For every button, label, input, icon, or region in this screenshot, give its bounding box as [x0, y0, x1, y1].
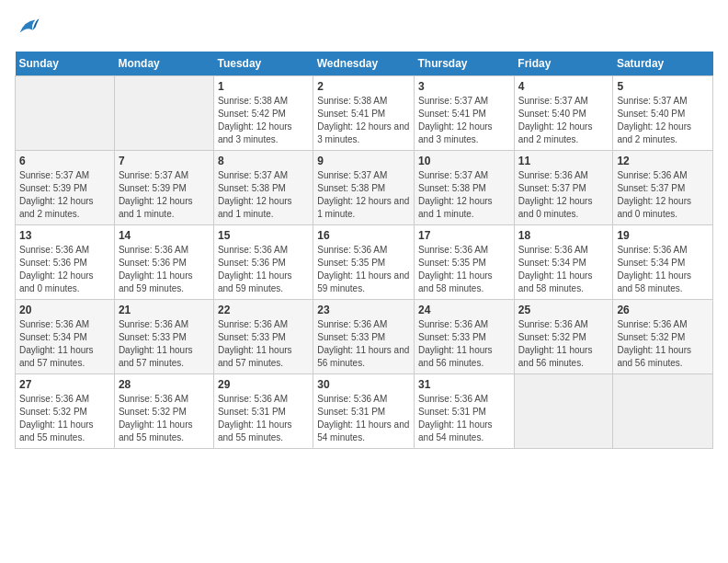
day-info: Sunrise: 5:36 AM Sunset: 5:34 PM Dayligh…: [19, 318, 110, 370]
calendar-cell: 24Sunrise: 5:36 AM Sunset: 5:33 PM Dayli…: [415, 300, 515, 374]
day-number: 13: [19, 229, 110, 242]
day-info: Sunrise: 5:37 AM Sunset: 5:40 PM Dayligh…: [617, 95, 709, 146]
calendar-cell: 6Sunrise: 5:37 AM Sunset: 5:39 PM Daylig…: [16, 151, 115, 225]
day-info: Sunrise: 5:36 AM Sunset: 5:35 PM Dayligh…: [418, 244, 510, 295]
day-info: Sunrise: 5:36 AM Sunset: 5:31 PM Dayligh…: [418, 393, 510, 444]
day-number: 27: [19, 378, 110, 391]
day-number: 12: [617, 155, 709, 167]
day-number: 8: [218, 155, 309, 167]
day-info: Sunrise: 5:36 AM Sunset: 5:32 PM Dayligh…: [617, 318, 709, 370]
calendar-cell: 15Sunrise: 5:36 AM Sunset: 5:36 PM Dayli…: [213, 225, 313, 300]
day-number: 5: [617, 80, 709, 93]
calendar-cell: 18Sunrise: 5:36 AM Sunset: 5:34 PM Dayli…: [514, 225, 613, 300]
calendar-cell: 16Sunrise: 5:36 AM Sunset: 5:35 PM Dayli…: [313, 225, 415, 300]
day-info: Sunrise: 5:37 AM Sunset: 5:38 PM Dayligh…: [218, 169, 309, 221]
logo-icon: [15, 15, 40, 40]
calendar-cell: 13Sunrise: 5:36 AM Sunset: 5:36 PM Dayli…: [16, 225, 115, 300]
day-number: 23: [317, 304, 410, 316]
day-number: 1: [218, 80, 309, 93]
day-info: Sunrise: 5:36 AM Sunset: 5:32 PM Dayligh…: [518, 318, 609, 370]
day-info: Sunrise: 5:36 AM Sunset: 5:34 PM Dayligh…: [617, 244, 709, 295]
day-number: 17: [418, 229, 510, 242]
day-number: 9: [317, 155, 410, 167]
day-number: 21: [119, 304, 210, 316]
day-info: Sunrise: 5:36 AM Sunset: 5:34 PM Dayligh…: [518, 244, 609, 295]
day-info: Sunrise: 5:36 AM Sunset: 5:31 PM Dayligh…: [218, 393, 309, 444]
calendar-cell: 26Sunrise: 5:36 AM Sunset: 5:32 PM Dayli…: [613, 300, 713, 374]
col-header-tuesday: Tuesday: [213, 52, 313, 76]
day-info: Sunrise: 5:36 AM Sunset: 5:37 PM Dayligh…: [617, 169, 709, 221]
day-info: Sunrise: 5:37 AM Sunset: 5:39 PM Dayligh…: [19, 169, 110, 221]
calendar-cell: 22Sunrise: 5:36 AM Sunset: 5:33 PM Dayli…: [213, 300, 313, 374]
calendar-cell: 7Sunrise: 5:37 AM Sunset: 5:39 PM Daylig…: [114, 151, 213, 225]
day-info: Sunrise: 5:37 AM Sunset: 5:40 PM Dayligh…: [518, 95, 609, 146]
day-info: Sunrise: 5:36 AM Sunset: 5:35 PM Dayligh…: [317, 244, 410, 295]
calendar-cell: [114, 76, 213, 151]
calendar-cell: 17Sunrise: 5:36 AM Sunset: 5:35 PM Dayli…: [415, 225, 515, 300]
col-header-monday: Monday: [114, 52, 213, 76]
day-info: Sunrise: 5:37 AM Sunset: 5:38 PM Dayligh…: [317, 169, 410, 221]
day-number: 3: [418, 80, 510, 93]
day-info: Sunrise: 5:36 AM Sunset: 5:31 PM Dayligh…: [317, 393, 410, 444]
calendar-cell: 10Sunrise: 5:37 AM Sunset: 5:38 PM Dayli…: [415, 151, 515, 225]
day-number: 18: [518, 229, 609, 242]
day-info: Sunrise: 5:36 AM Sunset: 5:33 PM Dayligh…: [418, 318, 510, 370]
calendar-cell: 28Sunrise: 5:36 AM Sunset: 5:32 PM Dayli…: [114, 374, 213, 449]
page-header: [15, 15, 713, 40]
logo: [15, 15, 44, 40]
calendar-cell: 12Sunrise: 5:36 AM Sunset: 5:37 PM Dayli…: [613, 151, 713, 225]
day-number: 30: [317, 378, 410, 391]
calendar-cell: 1Sunrise: 5:38 AM Sunset: 5:42 PM Daylig…: [213, 76, 313, 151]
calendar-cell: 19Sunrise: 5:36 AM Sunset: 5:34 PM Dayli…: [613, 225, 713, 300]
col-header-wednesday: Wednesday: [313, 52, 415, 76]
col-header-saturday: Saturday: [613, 52, 713, 76]
calendar-cell: 14Sunrise: 5:36 AM Sunset: 5:36 PM Dayli…: [114, 225, 213, 300]
day-number: 19: [617, 229, 709, 242]
calendar-cell: 25Sunrise: 5:36 AM Sunset: 5:32 PM Dayli…: [514, 300, 613, 374]
calendar-cell: [613, 374, 713, 449]
day-info: Sunrise: 5:38 AM Sunset: 5:41 PM Dayligh…: [317, 95, 410, 146]
day-number: 7: [119, 155, 210, 167]
calendar-cell: 4Sunrise: 5:37 AM Sunset: 5:40 PM Daylig…: [514, 76, 613, 151]
day-number: 20: [19, 304, 110, 316]
day-number: 15: [218, 229, 309, 242]
calendar-cell: [514, 374, 613, 449]
calendar-table: SundayMondayTuesdayWednesdayThursdayFrid…: [15, 52, 713, 449]
calendar-cell: 2Sunrise: 5:38 AM Sunset: 5:41 PM Daylig…: [313, 76, 415, 151]
day-number: 24: [418, 304, 510, 316]
day-number: 26: [617, 304, 709, 316]
day-number: 14: [119, 229, 210, 242]
day-info: Sunrise: 5:36 AM Sunset: 5:37 PM Dayligh…: [518, 169, 609, 221]
day-info: Sunrise: 5:36 AM Sunset: 5:36 PM Dayligh…: [19, 244, 110, 295]
day-number: 28: [119, 378, 210, 391]
calendar-cell: 27Sunrise: 5:36 AM Sunset: 5:32 PM Dayli…: [16, 374, 115, 449]
calendar-cell: 9Sunrise: 5:37 AM Sunset: 5:38 PM Daylig…: [313, 151, 415, 225]
day-number: 6: [19, 155, 110, 167]
calendar-cell: 5Sunrise: 5:37 AM Sunset: 5:40 PM Daylig…: [613, 76, 713, 151]
calendar-cell: [16, 76, 115, 151]
day-number: 4: [518, 80, 609, 93]
day-info: Sunrise: 5:36 AM Sunset: 5:36 PM Dayligh…: [218, 244, 309, 295]
calendar-cell: 31Sunrise: 5:36 AM Sunset: 5:31 PM Dayli…: [415, 374, 515, 449]
calendar-cell: 11Sunrise: 5:36 AM Sunset: 5:37 PM Dayli…: [514, 151, 613, 225]
day-info: Sunrise: 5:36 AM Sunset: 5:33 PM Dayligh…: [119, 318, 210, 370]
day-number: 11: [518, 155, 609, 167]
day-info: Sunrise: 5:37 AM Sunset: 5:38 PM Dayligh…: [418, 169, 510, 221]
day-number: 16: [317, 229, 410, 242]
col-header-sunday: Sunday: [16, 52, 115, 76]
day-info: Sunrise: 5:36 AM Sunset: 5:33 PM Dayligh…: [317, 318, 410, 370]
calendar-cell: 29Sunrise: 5:36 AM Sunset: 5:31 PM Dayli…: [213, 374, 313, 449]
day-info: Sunrise: 5:37 AM Sunset: 5:41 PM Dayligh…: [418, 95, 510, 146]
calendar-cell: 23Sunrise: 5:36 AM Sunset: 5:33 PM Dayli…: [313, 300, 415, 374]
day-info: Sunrise: 5:37 AM Sunset: 5:39 PM Dayligh…: [119, 169, 210, 221]
calendar-cell: 8Sunrise: 5:37 AM Sunset: 5:38 PM Daylig…: [213, 151, 313, 225]
day-number: 10: [418, 155, 510, 167]
day-info: Sunrise: 5:36 AM Sunset: 5:32 PM Dayligh…: [19, 393, 110, 444]
day-info: Sunrise: 5:36 AM Sunset: 5:32 PM Dayligh…: [119, 393, 210, 444]
day-number: 31: [418, 378, 510, 391]
day-number: 25: [518, 304, 609, 316]
calendar-cell: 3Sunrise: 5:37 AM Sunset: 5:41 PM Daylig…: [415, 76, 515, 151]
col-header-friday: Friday: [514, 52, 613, 76]
day-number: 29: [218, 378, 309, 391]
day-info: Sunrise: 5:36 AM Sunset: 5:33 PM Dayligh…: [218, 318, 309, 370]
